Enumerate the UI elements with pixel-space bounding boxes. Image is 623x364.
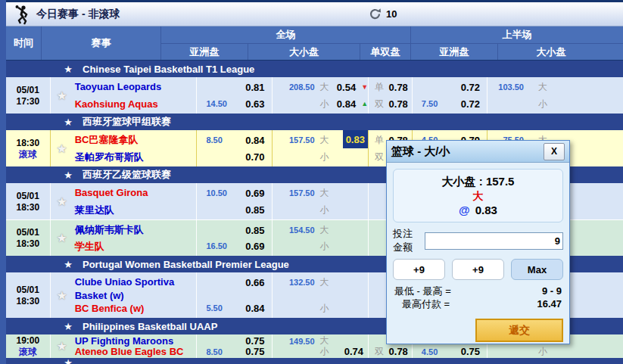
odds-button[interactable]: 0.85 (245, 225, 271, 236)
selected-odds: 0.83 (475, 204, 497, 216)
refresh-countdown: 10 (386, 8, 397, 20)
odds-button[interactable]: 0.84 (245, 135, 271, 146)
under-label: 小 (315, 302, 335, 315)
bet-info-box: 大小盘 : 157.5 大 @0.83 (393, 169, 563, 222)
odds-button[interactable]: 0.78 (389, 82, 412, 93)
even-label: 双 (369, 345, 387, 358)
league-name: Chinese Taipei Basketball T1 League (83, 64, 254, 75)
col-header-odd-even: 单双盘 (360, 44, 411, 60)
odds-button[interactable]: 0.78 (389, 98, 412, 110)
home-team: Taoyuan Leopards (75, 80, 197, 93)
under-label: 小 (315, 240, 335, 253)
odds-button[interactable]: 0.78 (389, 346, 412, 357)
market-line: 大小盘 : 157.5 (394, 174, 562, 189)
league-star-icon[interactable]: ★ (57, 117, 79, 128)
odds-button[interactable]: 0.72 (461, 82, 487, 93)
match-date: 05/01 (17, 85, 39, 95)
favorite-star-icon[interactable]: ★ (51, 80, 73, 110)
league-name: 西班牙乙级篮球联赛 (83, 168, 171, 182)
league-star-icon[interactable]: ★ (57, 358, 79, 364)
event-cell: ★ Basquet Girona 莱里达队 (50, 183, 197, 219)
match-row: 05/01 17:30 ★ Taoyuan Leopards Kaohsiung… (6, 77, 623, 114)
odds-button[interactable]: 0.63 (245, 98, 271, 110)
handicap-value: 16.50 (197, 241, 239, 250)
match-date: 05/01 (17, 285, 39, 295)
live-badge: 滚球 (19, 347, 37, 357)
odds-button[interactable]: 0.70 (245, 151, 271, 163)
league-star-icon[interactable]: ★ (57, 170, 79, 181)
event-cell: ★ UP Fighting Maroons Ateneo Blue Eagles… (50, 334, 197, 358)
col-group-full-time: 全场 (161, 26, 411, 43)
league-star-icon[interactable]: ★ (57, 259, 79, 270)
league-bar: ★ 西班牙篮球甲组联赛 (6, 114, 623, 130)
selected-odds-button[interactable]: 0.83 (343, 130, 369, 148)
odds-line: @0.83 (394, 203, 562, 218)
over-label: 大 (315, 134, 335, 147)
favorite-star-icon[interactable]: ★ (51, 336, 73, 356)
match-time: 18:30 (16, 202, 39, 213)
odds-button[interactable]: 0.75 (245, 346, 271, 357)
col-header-time: 时间 (6, 26, 42, 60)
submit-button[interactable]: 遞交 (475, 319, 563, 342)
odds-button[interactable]: 0.74 (344, 346, 368, 357)
col-header-over-under-half: 大小盘 (498, 44, 604, 60)
top-bar: 今日赛事 - 非滚球 10 (0, 0, 623, 26)
match-time: 18:30 (16, 296, 39, 306)
total-line: 157.50 (273, 188, 315, 198)
odds-button[interactable]: 0.72 (461, 98, 487, 110)
odds-button[interactable]: 0.75 (245, 335, 271, 347)
league-star-icon[interactable]: ★ (57, 64, 79, 75)
over-under-cell: 157.50大 0.83 小 (272, 130, 369, 166)
favorite-star-icon[interactable]: ★ (51, 275, 73, 315)
asian-handicap-cell: 0.81 14.500.63 (196, 77, 271, 114)
stake-row: 投注金额 (393, 227, 563, 254)
quick-stake-button[interactable]: +9 (393, 259, 445, 280)
league-star-icon[interactable]: ★ (57, 321, 79, 332)
total-line: 132.50 (273, 278, 315, 287)
odds-button[interactable]: 0.85 (245, 204, 271, 216)
odds-button[interactable]: 0.66 (245, 277, 271, 288)
limits-value: 9 - 9 (542, 285, 562, 297)
away-team: BC Benfica (w) (75, 302, 197, 315)
odds-button[interactable]: 0.69 (245, 241, 271, 252)
odds-button[interactable]: 0.84 (337, 98, 360, 110)
odds-button[interactable]: 0.84 (245, 303, 271, 314)
page-title: 今日赛事 - 非滚球 (36, 8, 120, 21)
favorite-star-icon[interactable]: ★ (51, 186, 73, 216)
max-payout-value: 16.47 (537, 297, 562, 310)
home-team: Basquet Girona (75, 186, 197, 199)
league-name: 西班牙篮球甲组联赛 (83, 115, 171, 129)
time-cell: 18:30 滚球 (6, 130, 50, 166)
quick-stake-button[interactable]: +9 (452, 259, 504, 280)
popup-title-bar: 篮球 - 大/小 X (387, 141, 569, 163)
odds-button[interactable]: 0.54 (337, 82, 360, 93)
stake-input[interactable] (425, 232, 563, 250)
favorite-star-icon[interactable]: ★ (51, 133, 73, 163)
time-cell: 05/01 18:30 (6, 220, 50, 256)
event-cell: ★ 佩纳斯韦斯卡队 学生队 (50, 220, 197, 256)
even-label: 双 (369, 151, 387, 163)
away-team: Kaohsiung Aquas (75, 98, 197, 110)
asian-handicap-cell: 8.500.84 0.70 (196, 130, 271, 166)
close-button[interactable]: X (544, 143, 565, 160)
basketball-player-icon (14, 5, 32, 28)
time-cell: 05/01 17:30 (6, 77, 50, 114)
odds-button[interactable]: 0.75 (461, 346, 487, 357)
max-stake-button[interactable]: Max (511, 259, 563, 280)
total-line: 103.50 (487, 82, 524, 92)
away-team: Ateneo Blue Eagles BC (75, 347, 197, 356)
match-time: 18:30 (16, 138, 39, 148)
odds-button[interactable]: 0.81 (245, 82, 271, 93)
match-time: 17:30 (16, 96, 39, 107)
refresh-icon[interactable] (369, 8, 382, 20)
total-line: 208.50 (273, 82, 315, 92)
time-cell: 05/01 18:30 (6, 272, 50, 318)
over-under-cell: 149.50大 小0.74 (272, 334, 369, 358)
away-team: 莱里达队 (75, 204, 197, 216)
under-label: 小 (315, 98, 335, 110)
odd-label: 单 (369, 134, 387, 147)
odds-button[interactable]: 0.69 (245, 188, 271, 199)
handicap-value: 8.50 (197, 135, 239, 145)
under-label: 小 (315, 345, 335, 358)
favorite-star-icon[interactable]: ★ (51, 223, 73, 253)
